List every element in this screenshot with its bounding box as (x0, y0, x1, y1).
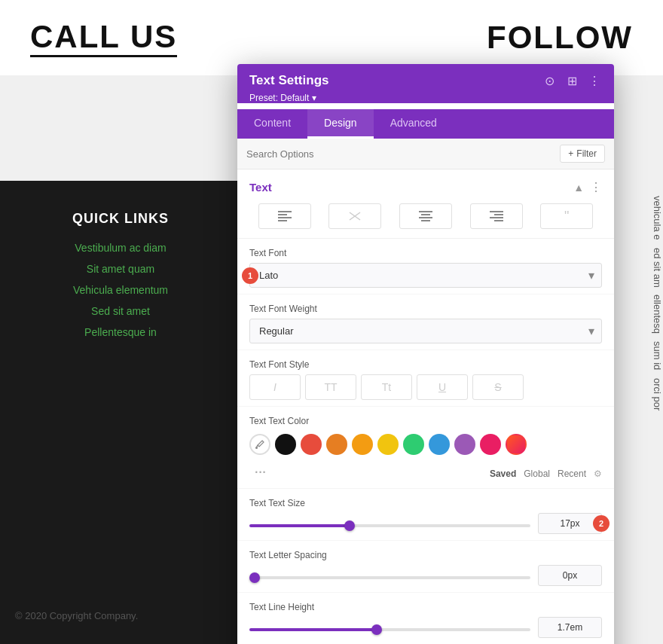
color-label: Text Text Color (249, 416, 602, 426)
columns-icon[interactable]: ⊞ (564, 74, 579, 88)
link-5[interactable]: Pellentesque in (73, 326, 168, 338)
color-black[interactable] (275, 434, 296, 455)
font-select[interactable]: Lato Roboto Open Sans Montserrat (249, 263, 602, 288)
svg-rect-9 (421, 220, 430, 221)
search-input[interactable] (246, 148, 560, 160)
link-2[interactable]: Sit amet quam (73, 263, 168, 275)
font-weight-select-wrapper: Regular Bold Light Medium ▾ (249, 319, 602, 343)
color-tab-global[interactable]: Global (524, 469, 550, 479)
tab-content[interactable]: Content (237, 109, 307, 139)
sidebar-text-3: ellentesq (618, 295, 663, 334)
color-orange[interactable] (326, 434, 347, 455)
color-blue[interactable] (429, 434, 450, 455)
color-swatches (249, 431, 602, 458)
color-yellow[interactable] (377, 434, 399, 455)
quick-links-list: Vestibulum ac diam Sit amet quam Vehicul… (73, 242, 168, 347)
bg-title-right: FOLLOW (487, 20, 633, 56)
color-purple[interactable] (454, 434, 475, 455)
color-tab-saved[interactable]: Saved (490, 469, 516, 479)
filter-label: Filter (576, 148, 597, 159)
svg-rect-13 (494, 220, 503, 221)
quick-links-title: QUICK LINKS (72, 211, 169, 227)
align-left-btn[interactable] (258, 203, 311, 229)
svg-rect-1 (278, 214, 287, 215)
text-section-header: Text ▲ ⋮ (237, 169, 614, 200)
tab-advanced[interactable]: Advanced (374, 109, 454, 139)
color-tab-recent[interactable]: Recent (558, 469, 586, 479)
letter-spacing-input[interactable] (538, 565, 602, 586)
color-yellow-orange[interactable] (352, 434, 373, 455)
color-red[interactable] (301, 434, 322, 455)
font-style-row: Text Font Style I TT Tt U S (237, 350, 614, 407)
sidebar-text-2: ed sit am (618, 248, 663, 288)
section-more-icon[interactable]: ⋮ (590, 180, 602, 194)
bg-title-left: CALL US (30, 19, 177, 57)
font-weight-label: Text Font Weight (249, 304, 602, 314)
letter-spacing-row: Text Letter Spacing (237, 541, 614, 593)
font-style-label: Text Font Style (249, 359, 602, 370)
italic-btn[interactable]: I (249, 374, 301, 400)
font-weight-select[interactable]: Regular Bold Light Medium (249, 319, 602, 343)
link-3[interactable]: Vehicula elementum (73, 284, 168, 296)
color-settings-icon[interactable]: ⚙ (594, 469, 602, 479)
text-size-slider-container (249, 517, 530, 530)
modal-header-top: Text Settings ⊙ ⊞ ⋮ (249, 73, 602, 88)
color-more-btn[interactable]: ··· (249, 461, 270, 482)
link-1[interactable]: Vestibulum ac diam (73, 242, 168, 254)
search-bar: + Filter (237, 139, 614, 169)
strikethrough-btn[interactable]: S (472, 374, 524, 400)
letter-spacing-slider-container (249, 569, 530, 582)
letter-spacing-slider-row (249, 565, 602, 586)
quick-links-section: QUICK LINKS Vestibulum ac diam Sit amet … (0, 181, 241, 644)
text-size-slider[interactable] (249, 524, 530, 527)
letter-spacing-slider[interactable] (249, 576, 530, 579)
color-green[interactable] (403, 434, 424, 455)
text-size-value-wrapper: 2 (538, 513, 602, 534)
section-controls: ▲ ⋮ (573, 180, 602, 194)
eyedropper-btn[interactable] (249, 434, 270, 455)
svg-rect-6 (419, 211, 432, 212)
filter-plus-icon: + (568, 148, 573, 159)
link-4[interactable]: Sed sit amet (73, 305, 168, 317)
line-height-slider[interactable] (249, 628, 530, 631)
blockquote-btn[interactable]: " (540, 203, 593, 229)
svg-rect-12 (490, 217, 503, 218)
more-icon[interactable]: ⋮ (587, 74, 602, 88)
modal-title: Text Settings (249, 73, 328, 88)
capitalize-btn[interactable]: Tt (361, 374, 412, 400)
tab-design[interactable]: Design (307, 109, 374, 139)
preset-label: Preset: Default (249, 93, 309, 103)
format-bar: " (237, 200, 614, 239)
underline-btn[interactable]: U (417, 374, 468, 400)
line-height-slider-container (249, 621, 530, 634)
text-size-row: Text Text Size 2 (237, 489, 614, 541)
text-size-label: Text Text Size (249, 498, 602, 508)
align-none-btn[interactable] (328, 203, 381, 229)
svg-rect-8 (419, 217, 432, 218)
right-sidebar: vehicula e ed sit am ellentesq sum id or… (618, 181, 663, 644)
align-center-btn[interactable] (399, 203, 452, 229)
svg-rect-0 (278, 211, 292, 212)
badge-2: 2 (593, 515, 610, 532)
collapse-icon[interactable]: ▲ (573, 182, 584, 194)
modal-header: Text Settings ⊙ ⊞ ⋮ Preset: Default ▾ (237, 64, 614, 103)
svg-rect-10 (490, 211, 503, 212)
font-select-wrapper: 1 Lato Roboto Open Sans Montserrat ▾ (249, 263, 602, 288)
line-height-label: Text Line Height (249, 602, 602, 612)
filter-button[interactable]: + Filter (560, 145, 605, 163)
badge-1: 1 (242, 267, 258, 284)
sidebar-text-4: sum id (618, 341, 663, 370)
color-gradient[interactable] (506, 434, 527, 455)
font-label: Text Font (249, 248, 602, 258)
line-height-input[interactable] (538, 617, 602, 638)
font-weight-row: Text Font Weight Regular Bold Light Medi… (237, 295, 614, 350)
modal-body: Text ▲ ⋮ " Text Font (237, 169, 614, 644)
modal-preset[interactable]: Preset: Default ▾ (249, 93, 602, 103)
color-pink[interactable] (480, 434, 501, 455)
modal-tabs: Content Design Advanced (237, 109, 614, 139)
text-settings-modal: Text Settings ⊙ ⊞ ⋮ Preset: Default ▾ Co… (237, 64, 614, 644)
uppercase-btn[interactable]: TT (305, 374, 356, 400)
align-right-btn[interactable] (470, 203, 523, 229)
target-icon[interactable]: ⊙ (542, 74, 557, 88)
font-style-buttons: I TT Tt U S (249, 374, 602, 400)
